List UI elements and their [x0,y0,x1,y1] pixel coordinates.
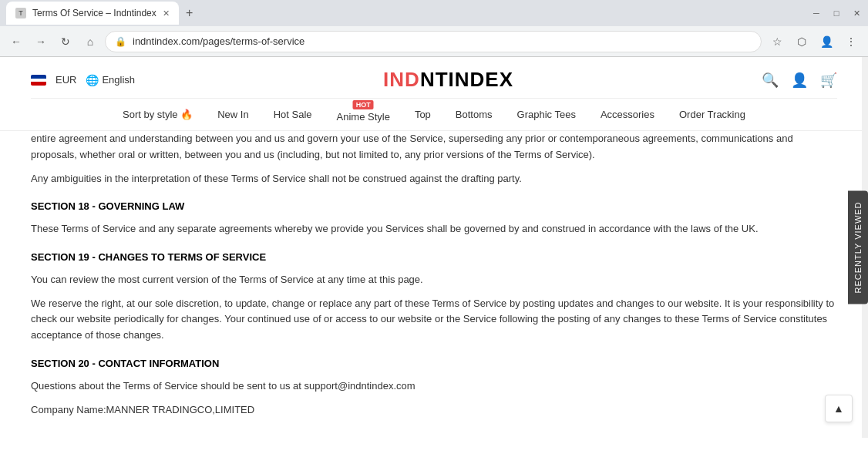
nav-item-new-in[interactable]: New In [205,101,261,128]
scroll-top-button[interactable]: ▲ [825,395,853,422]
recently-viewed-label: RECENTLY VIEWED [853,201,863,293]
language-selector[interactable]: 🌐 English [86,74,135,86]
header-right: 🔍 👤 🛒 [762,72,837,89]
fire-icon: 🔥 [180,109,193,120]
language-label: English [102,74,135,86]
account-icon[interactable]: 👤 [791,72,808,89]
window-controls: ─ □ ✕ [811,8,862,18]
search-icon[interactable]: 🔍 [762,72,779,89]
section-heading-s8: SECTION 20 - CONTACT INFORMATION [31,356,837,372]
nav-item-graphic-tees[interactable]: Graphic Tees [505,101,588,128]
globe-icon: 🌐 [86,74,99,86]
site-nav: Sort by style 🔥 New In Hot Sale HOT Anim… [31,98,837,130]
browser-chrome: T Terms Of Service – Indntindex ✕ + ─ □ … [0,0,868,57]
site-logo[interactable]: INDNTINDEX [383,68,513,92]
extensions-icon[interactable]: ⬡ [791,31,812,52]
content-para-s4: These Terms of Service and any separate … [31,221,837,237]
star-icon[interactable]: ☆ [766,31,788,52]
nav-label-bottoms: Bottoms [456,109,493,120]
header-left: EUR 🌐 English [31,74,135,86]
nav-item-sort-by-style[interactable]: Sort by style 🔥 [110,101,205,128]
nav-item-hot-sale[interactable]: Hot Sale [261,101,325,128]
website: EUR 🌐 English INDNTINDEX 🔍 👤 🛒 Sort by s… [0,57,868,438]
content-para-s9: Questions about the Terms of Service sho… [31,378,837,395]
nav-item-anime-style[interactable]: HOT Anime Style [325,99,402,130]
logo-colored-part: IND [383,68,420,91]
section-heading-s5: SECTION 19 - CHANGES TO TERMS OF SERVICE [31,250,837,266]
currency-label: EUR [56,74,76,86]
settings-icon[interactable]: ⋮ [840,31,862,52]
minimize-button[interactable]: ─ [811,8,822,18]
tab-title: Terms Of Service – Indntindex [32,8,156,18]
refresh-button[interactable]: ↻ [56,32,76,52]
url-text: indntindex.com/pages/terms-of-service [133,35,304,47]
tab-favicon: T [15,8,26,18]
toolbar-icons: ☆ ⬡ 👤 ⋮ [766,31,862,52]
nav-label-graphic-tees: Graphic Tees [517,109,576,120]
nav-label-sort-by-style: Sort by style [123,109,178,120]
address-bar[interactable]: 🔒 indntindex.com/pages/terms-of-service [105,31,762,52]
maximize-button[interactable]: □ [831,8,842,18]
nav-label-top: Top [415,109,431,120]
new-tab-button[interactable]: + [179,2,200,24]
chevron-up-icon: ▲ [833,402,844,415]
content-para-s1: entire agreement and understanding betwe… [31,131,837,163]
content-para-s6: You can review the most current version … [31,272,837,288]
title-bar: T Terms Of Service – Indntindex ✕ + ─ □ … [0,0,868,26]
nav-label-new-in: New In [217,109,248,120]
nav-label-order-tracking: Order Tracking [679,109,745,120]
section-heading-s3: SECTION 18 - GOVERNING LAW [31,199,837,215]
browser-tab[interactable]: T Terms Of Service – Indntindex ✕ [6,2,179,25]
tab-close-button[interactable]: ✕ [163,8,170,18]
back-button[interactable]: ← [6,32,26,52]
header-top: EUR 🌐 English INDNTINDEX 🔍 👤 🛒 [31,57,837,98]
forward-button[interactable]: → [31,32,51,52]
nav-label-anime-style: Anime Style [337,111,390,123]
cart-icon[interactable]: 🛒 [820,72,837,89]
nav-item-order-tracking[interactable]: Order Tracking [667,101,758,128]
nav-item-bottoms[interactable]: Bottoms [443,101,505,128]
nav-item-top[interactable]: Top [402,101,443,128]
content-para-s10: Company Name:MANNER TRADINGCO,LIMITED [31,402,837,419]
content-para-s2: Any ambiguities in the interpretation of… [31,171,837,187]
site-header: EUR 🌐 English INDNTINDEX 🔍 👤 🛒 Sort by s… [0,57,868,131]
content-para-s7: We reserve the right, at our sole discre… [31,296,837,344]
address-bar-row: ← → ↻ ⌂ 🔒 indntindex.com/pages/terms-of-… [0,26,868,57]
nav-item-accessories[interactable]: Accessories [588,101,667,128]
flag-icon [31,75,46,86]
logo-plain-part: NTINDEX [420,68,513,91]
recently-viewed-tab[interactable]: RECENTLY VIEWED [848,190,868,304]
close-button[interactable]: ✕ [851,8,862,18]
main-content: entire agreement and understanding betwe… [0,131,868,423]
nav-label-accessories: Accessories [601,109,654,120]
profile-icon[interactable]: 👤 [816,31,837,52]
hot-badge: HOT [353,100,374,109]
lock-icon: 🔒 [115,36,126,47]
home-button[interactable]: ⌂ [80,32,100,52]
nav-label-hot-sale: Hot Sale [274,109,312,120]
